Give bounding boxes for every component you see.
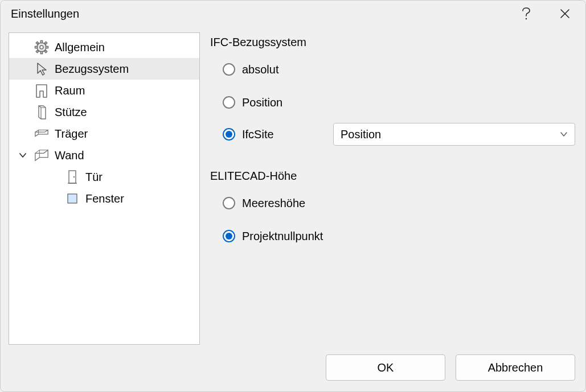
beam-icon — [34, 126, 49, 141]
radio-label: Projektnullpunkt — [242, 230, 323, 243]
tree-item-tuer[interactable]: Tür — [9, 166, 199, 188]
close-icon — [560, 9, 570, 19]
radio-ifcsite[interactable]: IfcSite — [223, 128, 326, 141]
tree-item-fenster[interactable]: Fenster — [9, 188, 199, 209]
tree-collapse-toggle[interactable] — [15, 151, 31, 159]
svg-rect-14 — [68, 194, 77, 203]
tree-item-label: Allgemein — [52, 41, 105, 54]
gear-icon — [34, 40, 49, 55]
help-icon — [522, 7, 531, 20]
titlebar: Einstellungen — [1, 1, 585, 27]
settings-dialog: Einstellungen — [0, 0, 586, 392]
chevron-down-icon — [19, 151, 27, 159]
radio-label: IfcSite — [242, 128, 274, 141]
radio-absolut[interactable]: absolut — [223, 57, 575, 82]
group-title: ELITECAD-Höhe — [210, 166, 575, 183]
arrow-cursor-icon — [34, 61, 49, 76]
tree-item-raum[interactable]: Raum — [9, 80, 199, 101]
tree-item-label: Tür — [83, 171, 103, 184]
column-icon — [34, 105, 49, 119]
window-icon — [65, 191, 80, 206]
svg-rect-3 — [41, 41, 43, 43]
window-title: Einstellungen — [11, 7, 515, 20]
tree-item-label: Fenster — [83, 192, 124, 205]
help-button[interactable] — [515, 2, 538, 25]
tree-item-allgemein[interactable]: Allgemein — [9, 36, 199, 58]
ok-button[interactable]: OK — [326, 354, 445, 381]
svg-rect-5 — [35, 47, 38, 48]
group-title: IFC-Bezugssystem — [210, 32, 575, 49]
radio-position[interactable]: Position — [223, 90, 575, 115]
radio-meereshoehe[interactable]: Meereshöhe — [223, 191, 575, 216]
tree-item-label: Träger — [52, 127, 88, 141]
ifcsite-select[interactable]: Position — [333, 123, 575, 146]
svg-point-13 — [73, 176, 75, 178]
svg-rect-8 — [44, 42, 47, 44]
group-elitecad-hoehe: ELITECAD-Höhe Meereshöhe Projektnullpunk… — [210, 166, 575, 257]
radio-icon — [223, 128, 235, 141]
radio-label: Meereshöhe — [242, 197, 305, 210]
cancel-button[interactable]: Abbrechen — [456, 354, 575, 381]
tree-item-label: Stütze — [52, 106, 87, 119]
tree-item-traeger[interactable]: Träger — [9, 123, 199, 145]
svg-rect-7 — [36, 42, 38, 44]
tree-item-wand[interactable]: Wand — [9, 145, 199, 166]
room-icon — [34, 83, 49, 98]
chevron-down-icon — [560, 131, 568, 137]
radio-icon — [223, 197, 235, 209]
svg-rect-10 — [44, 50, 47, 52]
door-icon — [65, 170, 80, 184]
radio-icon — [223, 63, 235, 76]
radio-label: absolut — [242, 63, 279, 76]
svg-point-0 — [526, 18, 527, 19]
radio-icon — [223, 96, 235, 109]
settings-content: IFC-Bezugssystem absolut Position IfcSit… — [208, 32, 577, 352]
settings-tree[interactable]: Allgemein Bezugssystem — [9, 32, 200, 345]
radio-projektnullpunkt[interactable]: Projektnullpunkt — [223, 224, 575, 249]
svg-rect-6 — [46, 47, 48, 48]
close-button[interactable] — [554, 2, 576, 25]
radio-label: Position — [242, 96, 282, 109]
svg-rect-4 — [41, 52, 43, 54]
wall-icon — [34, 148, 49, 163]
tree-item-bezugssystem[interactable]: Bezugssystem — [9, 58, 199, 80]
radio-icon — [223, 230, 235, 242]
select-value: Position — [341, 128, 381, 141]
tree-item-stuetze[interactable]: Stütze — [9, 101, 199, 123]
dialog-footer: OK Abbrechen — [1, 352, 585, 391]
tree-item-label: Raum — [52, 84, 85, 97]
group-ifc-bezugssystem: IFC-Bezugssystem absolut Position IfcSit… — [210, 32, 575, 146]
svg-rect-9 — [36, 50, 38, 52]
tree-item-label: Wand — [52, 149, 84, 162]
svg-point-2 — [40, 46, 43, 49]
tree-item-label: Bezugssystem — [52, 63, 129, 76]
client-area: Allgemein Bezugssystem — [1, 27, 585, 352]
